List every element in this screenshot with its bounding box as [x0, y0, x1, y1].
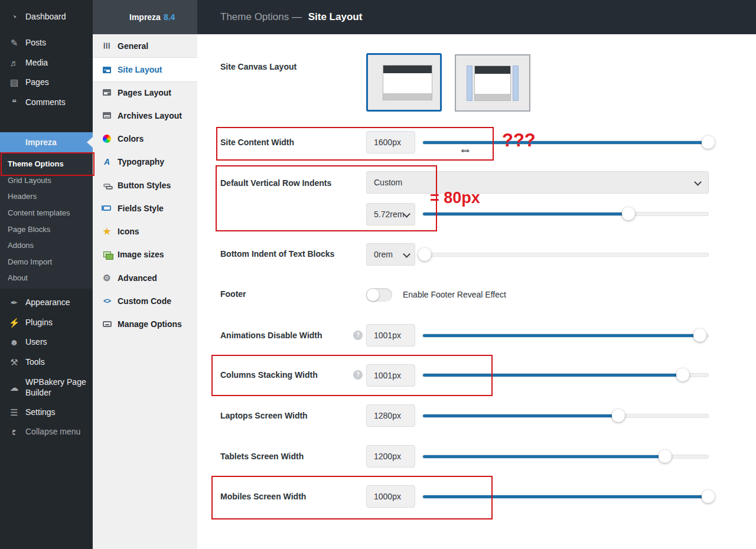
sidebar-item-comments[interactable]: ❝ Comments — [0, 92, 93, 112]
impreza-name: Impreza — [129, 12, 161, 22]
canvas-full-preview — [383, 65, 432, 100]
animations-disable-width-input[interactable] — [366, 324, 415, 347]
impreza-submenu: Theme Options Grid Layouts Headers Conte… — [0, 152, 93, 289]
mobiles-screen-width-input[interactable] — [366, 485, 415, 508]
tab-advanced[interactable]: ⚙ Advanced — [93, 266, 197, 289]
tablets-screen-width-slider[interactable] — [422, 455, 709, 459]
sidebar-item-pages[interactable]: ▤ Pages — [0, 72, 93, 92]
slider-handle[interactable] — [612, 409, 625, 422]
fields-style-icon — [102, 205, 112, 211]
comment-bubble-icon: ❝ — [8, 98, 21, 107]
tab-typography[interactable]: A Typography — [93, 150, 197, 173]
field-label-animations-disable-width: Animations Disable Width — [220, 331, 322, 340]
sidebar-item-wpbakery[interactable]: ☁ WPBakery Page Builder — [0, 372, 93, 403]
field-label-site-content-width: Site Content Width — [220, 138, 294, 147]
button-styles-icon — [102, 184, 112, 187]
row-indent-value-select[interactable]: 5.72rem — [366, 203, 415, 226]
sidebar-item-label: Comments — [25, 97, 66, 107]
animations-disable-width-slider[interactable] — [422, 334, 709, 338]
sidebar-item-appearance[interactable]: ✒ Appearance — [0, 292, 93, 312]
sidebar-item-label: Settings — [25, 407, 56, 417]
sidebar-item-impreza[interactable]: Impreza — [0, 132, 93, 152]
submenu-item-headers[interactable]: Headers — [0, 188, 93, 205]
columns-stacking-width-slider[interactable] — [422, 373, 709, 377]
tablets-screen-width-input[interactable] — [366, 445, 415, 468]
canvas-layout-option-boxed[interactable] — [455, 54, 530, 112]
sidebar-item-label: Impreza — [25, 138, 57, 147]
row-indent-slider[interactable] — [422, 212, 709, 216]
submenu-item-content-templates[interactable]: Content templates — [0, 205, 93, 221]
laptops-screen-width-input[interactable] — [366, 404, 415, 427]
tab-custom-code[interactable]: <> Custom Code — [93, 289, 197, 312]
submenu-item-theme-options[interactable]: Theme Options — [0, 156, 93, 172]
bottom-indent-slider[interactable] — [422, 253, 709, 257]
footer-toggle-label: Enable Footer Reveal Effect — [403, 290, 506, 299]
submenu-item-addons[interactable]: Addons — [0, 237, 93, 254]
sidebar-item-label: Users — [25, 337, 47, 347]
sidebar-item-label: Appearance — [25, 298, 70, 307]
submenu-item-grid-layouts[interactable]: Grid Layouts — [0, 172, 93, 189]
submenu-item-demo-import[interactable]: Demo Import — [0, 254, 93, 270]
mobiles-screen-width-slider[interactable] — [422, 495, 709, 499]
help-icon[interactable]: ? — [353, 370, 363, 380]
user-icon: ☻ — [8, 338, 21, 347]
slider-handle[interactable] — [418, 248, 431, 261]
tab-general[interactable]: ☰ General — [93, 34, 197, 57]
site-content-width-input[interactable] — [366, 131, 415, 153]
tab-site-layout[interactable]: Site Layout — [93, 57, 197, 82]
sidebar-item-posts[interactable]: ✎ Posts — [0, 32, 93, 53]
sliders-icon: ☰ — [102, 42, 112, 50]
sidebar-item-plugins[interactable]: ⚡ Plugins — [0, 312, 93, 332]
brush-icon: ✒ — [8, 298, 21, 307]
site-content-width-slider[interactable] — [422, 140, 709, 145]
site-layout-icon — [102, 67, 112, 73]
sidebar-item-label: Tools — [25, 357, 45, 367]
sidebar-item-label: Media — [25, 58, 48, 67]
pages-layout-icon — [102, 89, 112, 96]
slider-handle[interactable] — [693, 329, 706, 342]
columns-stacking-width-input[interactable] — [366, 364, 415, 387]
row-indents-select[interactable]: Custom — [366, 171, 709, 194]
help-icon[interactable]: ? — [353, 331, 363, 340]
tab-button-styles[interactable]: Button Styles — [93, 174, 197, 197]
tab-image-sizes[interactable]: Image sizes — [93, 243, 197, 266]
tab-colors[interactable]: Colors — [93, 127, 197, 150]
field-label-default-vertical-row-indents: Default Vertical Row Indents — [220, 178, 331, 188]
typography-icon: A — [102, 158, 112, 166]
slider-handle[interactable] — [659, 450, 672, 463]
tab-manage-options[interactable]: Manage Options — [93, 312, 197, 335]
submenu-item-page-blocks[interactable]: Page Blocks — [0, 221, 93, 238]
slider-handle[interactable] — [702, 136, 715, 149]
sidebar-item-label: Dashboard — [25, 12, 66, 21]
submenu-item-about[interactable]: About — [0, 270, 93, 286]
tab-pages-layout[interactable]: Pages Layout — [93, 81, 197, 104]
sidebar-item-settings[interactable]: ☰ Settings — [0, 402, 93, 422]
wp-admin-sidebar: ◔ Dashboard ✎ Posts ♬ Media ▤ Pages ❝ Co… — [0, 0, 93, 549]
sidebar-item-label: Pages — [25, 77, 49, 87]
tab-fields-style[interactable]: Fields Style — [93, 197, 197, 220]
sidebar-item-media[interactable]: ♬ Media — [0, 53, 93, 73]
footer-reveal-toggle[interactable] — [366, 288, 392, 302]
chevron-down-icon — [403, 250, 410, 258]
laptops-screen-width-slider[interactable] — [422, 414, 709, 418]
page-title-bar: Theme Options — Site Layout — [197, 0, 756, 34]
slider-handle[interactable] — [676, 368, 689, 381]
sidebar-item-users[interactable]: ☻ Users — [0, 332, 93, 352]
sidebar-item-collapse-menu[interactable]: ◀ Collapse menu — [0, 421, 93, 442]
sidebar-item-dashboard[interactable]: ◔ Dashboard — [0, 6, 93, 27]
slider-handle[interactable] — [702, 490, 715, 503]
slider-handle[interactable] — [622, 207, 635, 220]
impreza-version-tab: Impreza8.4 — [93, 0, 197, 34]
tab-archives-layout[interactable]: Archives Layout — [93, 104, 197, 127]
field-label-bottom-indent-text-blocks: Bottom Indent of Text Blocks — [220, 249, 334, 259]
canvas-layout-option-full[interactable] — [366, 53, 442, 112]
wpbakery-icon: ☁ — [8, 383, 21, 392]
field-label-mobiles-screen-width: Mobiles Screen Width — [220, 492, 306, 501]
tab-icons[interactable]: ★ Icons — [93, 220, 197, 243]
field-label-site-canvas-layout: Site Canvas Layout — [220, 62, 296, 71]
toggle-knob — [367, 289, 379, 301]
sidebar-item-label: Collapse menu — [25, 427, 80, 436]
bottom-indent-select[interactable]: 0rem — [366, 243, 415, 266]
sidebar-item-tools[interactable]: ⚒ Tools — [0, 352, 93, 372]
image-sizes-icon — [102, 251, 112, 257]
